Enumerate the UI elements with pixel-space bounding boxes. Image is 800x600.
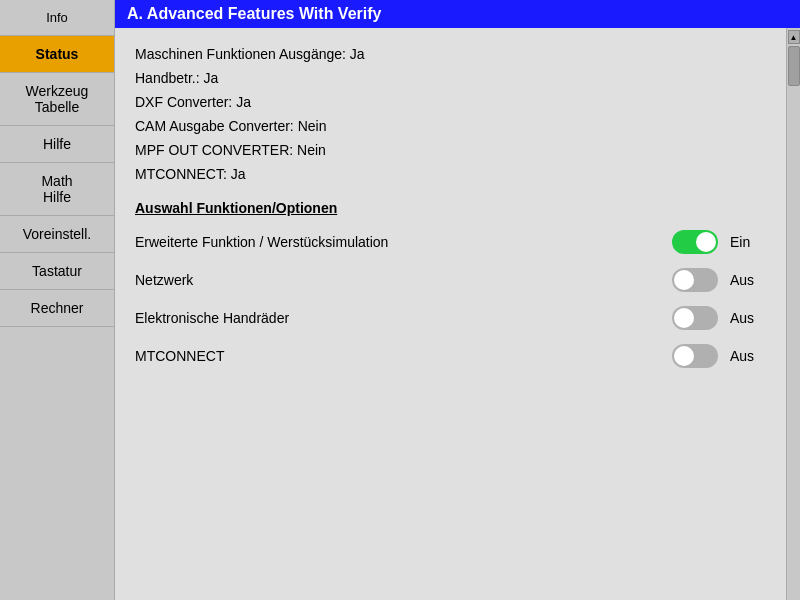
sidebar-item-status[interactable]: Status: [0, 36, 114, 73]
info-line-6: MTCONNECT: Ja: [135, 166, 766, 182]
sidebar-item-werkzeug-tabelle[interactable]: WerkzeugTabelle: [0, 73, 114, 126]
info-line-2: Handbetr.: Ja: [135, 70, 766, 86]
toggle-elektronische-handraeder[interactable]: [672, 306, 718, 330]
toggle-netzwerk[interactable]: [672, 268, 718, 292]
toggle-status-erweiterte-funktion: Ein: [730, 234, 766, 250]
toggle-status-elektronische-handraeder: Aus: [730, 310, 766, 326]
scrollbar-up-button[interactable]: ▲: [788, 30, 800, 44]
toggle-knob-erweiterte-funktion: [696, 232, 716, 252]
toggle-row-mtconnect: MTCONNECT Aus: [135, 342, 766, 370]
toggle-knob-mtconnect: [674, 346, 694, 366]
content-body: Maschinen Funktionen Ausgänge: Ja Handbe…: [115, 28, 786, 600]
toggle-mtconnect[interactable]: [672, 344, 718, 368]
page-title: A. Advanced Features With Verify: [127, 5, 381, 23]
main-content: A. Advanced Features With Verify Maschin…: [115, 0, 800, 600]
toggle-knob-netzwerk: [674, 270, 694, 290]
section-title: Auswahl Funktionen/Optionen: [135, 200, 766, 216]
sidebar-item-tastatur[interactable]: Tastatur: [0, 253, 114, 290]
info-line-5: MPF OUT CONVERTER: Nein: [135, 142, 766, 158]
scrollbar: ▲: [786, 28, 800, 600]
sidebar-item-info[interactable]: Info: [0, 0, 114, 36]
main-header: A. Advanced Features With Verify: [115, 0, 800, 28]
toggle-row-netzwerk: Netzwerk Aus: [135, 266, 766, 294]
sidebar-item-voreinstell[interactable]: Voreinstell.: [0, 216, 114, 253]
sidebar-item-rechner[interactable]: Rechner: [0, 290, 114, 327]
toggle-row-erweiterte-funktion: Erweiterte Funktion / Werstücksimulation…: [135, 228, 766, 256]
sidebar-item-math-hilfe[interactable]: MathHilfe: [0, 163, 114, 216]
toggle-status-mtconnect: Aus: [730, 348, 766, 364]
scrollbar-thumb[interactable]: [788, 46, 800, 86]
info-line-3: DXF Converter: Ja: [135, 94, 766, 110]
toggle-label-elektronische-handraeder: Elektronische Handräder: [135, 310, 672, 326]
toggle-erweiterte-funktion[interactable]: [672, 230, 718, 254]
sidebar: Info Status WerkzeugTabelle Hilfe MathHi…: [0, 0, 115, 600]
toggle-label-erweiterte-funktion: Erweiterte Funktion / Werstücksimulation: [135, 234, 672, 250]
toggle-label-mtconnect: MTCONNECT: [135, 348, 672, 364]
sidebar-item-hilfe[interactable]: Hilfe: [0, 126, 114, 163]
toggle-knob-elektronische-handraeder: [674, 308, 694, 328]
toggle-label-netzwerk: Netzwerk: [135, 272, 672, 288]
info-line-4: CAM Ausgabe Converter: Nein: [135, 118, 766, 134]
info-line-1: Maschinen Funktionen Ausgänge: Ja: [135, 46, 766, 62]
toggle-row-elektronische-handraeder: Elektronische Handräder Aus: [135, 304, 766, 332]
toggle-status-netzwerk: Aus: [730, 272, 766, 288]
